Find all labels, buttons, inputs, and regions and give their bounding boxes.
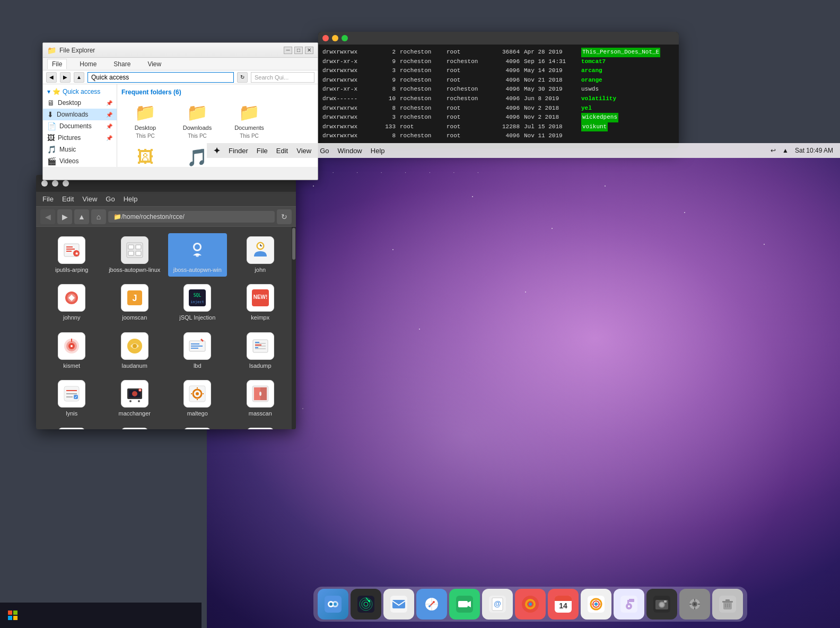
back-button[interactable]: ◀: [46, 72, 57, 83]
svg-rect-130: [694, 599, 695, 601]
folder-icon: 📁: [187, 102, 208, 122]
folder-downloads[interactable]: 📁 Downloads This PC: [173, 100, 221, 141]
list-item[interactable]: masscan: [231, 377, 290, 420]
dock-mail[interactable]: [383, 589, 414, 620]
lfm-forward-btn[interactable]: ▶: [57, 209, 72, 224]
folder-documents[interactable]: 📁 Documents This PC: [225, 100, 273, 141]
lfm-scrollbar[interactable]: [292, 227, 296, 429]
list-item[interactable]: J joomscan: [106, 281, 164, 324]
forward-button[interactable]: ▶: [60, 72, 71, 83]
window-menu[interactable]: Window: [338, 147, 362, 155]
svg-rect-119: [629, 599, 634, 602]
edit-menu[interactable]: Edit: [276, 147, 288, 155]
quick-access-header[interactable]: ▾ ⭐ Quick access: [43, 86, 117, 97]
dock-safari[interactable]: [416, 589, 447, 620]
lfm-up-btn[interactable]: ▲: [74, 209, 89, 224]
list-item[interactable]: johnny: [42, 281, 101, 324]
sidebar-item-pictures[interactable]: 🖼 Pictures 📌: [43, 132, 117, 144]
table-row: drwxrwxrwx 133 root root 12288 Jul 15 20…: [322, 122, 675, 132]
go-menu[interactable]: Go: [320, 147, 329, 155]
item-label: joomscan: [122, 314, 147, 321]
up-button[interactable]: ▲: [74, 72, 84, 83]
list-item[interactable]: ✓ lynis: [42, 377, 101, 420]
dock-network-radar[interactable]: [351, 589, 381, 620]
lfm-help-menu[interactable]: Help: [124, 195, 138, 203]
dock-facetime[interactable]: [449, 589, 480, 620]
list-item[interactable]: jboss-autopwn-win: [168, 233, 227, 277]
lfm-refresh-btn[interactable]: ↻: [277, 209, 292, 224]
finder-menu[interactable]: Finder: [229, 147, 248, 155]
item-label: macchanger: [118, 410, 151, 417]
folder-desktop[interactable]: 📁 Desktop This PC: [121, 100, 169, 141]
svg-point-107: [529, 603, 532, 606]
lfm-close-btn[interactable]: [41, 180, 48, 187]
item-label: jSQL Injection: [179, 314, 215, 321]
dock-iphoto[interactable]: [646, 589, 677, 620]
list-item[interactable]: [106, 424, 164, 429]
list-item[interactable]: jboss-autopwn-linux: [106, 233, 164, 277]
list-item[interactable]: john: [231, 233, 290, 277]
file-menu[interactable]: File: [257, 147, 268, 155]
view-menu[interactable]: View: [296, 147, 311, 155]
sidebar-item-documents[interactable]: 📄 Documents 📌: [43, 120, 117, 132]
list-item[interactable]: ✕ ✕: [42, 424, 101, 429]
search-box[interactable]: Search Qui...: [251, 72, 314, 83]
svg-point-129: [694, 603, 696, 605]
lfm-go-menu[interactable]: Go: [106, 195, 115, 203]
list-item[interactable]: kismet: [42, 329, 101, 373]
list-item[interactable]: laudanum: [106, 329, 164, 373]
dock-system-prefs[interactable]: [679, 589, 710, 620]
dock-addressbook[interactable]: @: [482, 589, 513, 620]
svg-point-124: [660, 603, 664, 607]
ribbon-tab-share[interactable]: Share: [109, 59, 135, 69]
list-item[interactable]: lbd: [168, 329, 227, 373]
folder-pictures[interactable]: 🖼 Pictures: [121, 145, 169, 167]
dock-calendar[interactable]: 14: [548, 589, 579, 620]
ribbon-tab-view[interactable]: View: [143, 59, 165, 69]
lfm-file-menu[interactable]: File: [42, 195, 54, 203]
terminal-min-btn[interactable]: [332, 35, 338, 41]
list-item[interactable]: NEW! keimpx: [231, 281, 290, 324]
scrollbar-thumb[interactable]: [292, 228, 295, 260]
list-item[interactable]: lsadump: [231, 329, 290, 373]
lfm-home-btn[interactable]: ⌂: [91, 209, 106, 224]
list-item[interactable]: ★ iputils-arping: [42, 233, 101, 277]
dock-finder[interactable]: [318, 589, 348, 620]
time-machine-icon[interactable]: ↩: [771, 147, 776, 154]
address-bar: ◀ ▶ ▲ Quick access ↻ Search Qui...: [43, 70, 318, 84]
lfm-view-menu[interactable]: View: [82, 195, 97, 203]
dock-itunes[interactable]: [614, 589, 644, 620]
lfm-path-bar[interactable]: 📁 /home/rocheston/rcce/: [108, 211, 275, 223]
item-label: johnny: [63, 314, 80, 321]
list-item[interactable]: maltego: [168, 377, 227, 420]
list-item[interactable]: SQL inject jSQL Injection: [168, 281, 227, 324]
help-menu[interactable]: Help: [371, 147, 385, 155]
close-button[interactable]: ✕: [305, 47, 313, 54]
sidebar-item-downloads[interactable]: ⬇ Downloads 📌: [43, 109, 117, 120]
apple-menu[interactable]: ✦: [213, 146, 220, 156]
maximize-button[interactable]: □: [294, 47, 303, 54]
dock-trash[interactable]: [712, 589, 743, 620]
sidebar-item-videos[interactable]: 🎬 Videos: [43, 155, 117, 167]
lfm-back-btn[interactable]: ◀: [40, 209, 55, 224]
list-item[interactable]: [231, 424, 290, 429]
svg-rect-132: [689, 604, 692, 605]
start-button[interactable]: [0, 603, 25, 628]
lfm-edit-menu[interactable]: Edit: [62, 195, 74, 203]
sidebar-item-desktop[interactable]: 🖥 Desktop 📌: [43, 97, 117, 109]
lfm-min-btn[interactable]: [52, 180, 58, 187]
eject-icon[interactable]: ▲: [782, 147, 789, 154]
address-input[interactable]: Quick access: [88, 72, 234, 83]
terminal-max-btn[interactable]: [342, 35, 348, 41]
list-item[interactable]: [168, 424, 227, 429]
dock-firefox[interactable]: [515, 589, 546, 620]
sidebar-item-music[interactable]: 🎵 Music: [43, 144, 117, 155]
lfm-max-btn[interactable]: [63, 180, 69, 187]
ribbon-tab-home[interactable]: Home: [75, 59, 101, 69]
ribbon-tab-file[interactable]: File: [47, 59, 67, 69]
terminal-close-btn[interactable]: [322, 35, 329, 41]
list-item[interactable]: macchanger: [106, 377, 164, 420]
minimize-button[interactable]: ─: [284, 47, 292, 54]
dock-photos[interactable]: [581, 589, 611, 620]
refresh-button[interactable]: ↻: [237, 72, 248, 83]
